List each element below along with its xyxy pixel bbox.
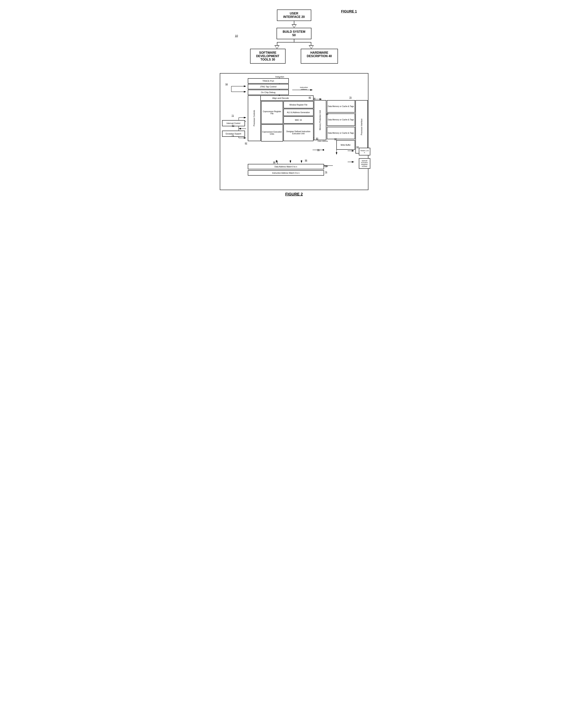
- software-box: SOFTWARE DEVELOPMENT TOOLS 30: [250, 49, 286, 64]
- ref-80-top: 80: [309, 97, 311, 99]
- coprocessor-exec-box: Coprocessor Execution Units: [261, 124, 283, 142]
- ref-80-data: 80: [316, 137, 318, 140]
- figure1-container: FIGURE 1 10 USER INTERFACE 20 BUILD SYST…: [220, 4, 369, 69]
- ref-68: 68: [313, 97, 315, 100]
- diagram-area: TRACE Port JTAG Tap Control On Chip Debu…: [222, 76, 366, 178]
- figure2-diagram: TRACE Port JTAG Tap Control On Chip Debu…: [220, 73, 369, 190]
- ref-10: 10: [235, 34, 238, 37]
- ref-70: 70: [349, 97, 352, 99]
- ref-96-bot: 96: [317, 149, 320, 151]
- ref-92: 92: [232, 125, 234, 127]
- data-mem3-box: Data Memory or Cache & Tags: [327, 127, 355, 139]
- ref-73: 73: [232, 134, 234, 137]
- split-connector: [268, 39, 321, 49]
- timers-box: Timers 1 to n: [359, 148, 370, 155]
- arrow-ui-to-build: [292, 21, 297, 28]
- processor-controls-box: Processor Controls: [248, 96, 261, 141]
- figure1-label: FIGURE 1: [341, 9, 357, 14]
- ref-62: 62: [245, 142, 247, 144]
- trace-port-box: TRACE Port: [248, 78, 289, 84]
- ref-96-top: 96: [305, 159, 307, 162]
- instruction-label: Instruction: [275, 76, 284, 78]
- data-mem1-box: Data Memory or Cache & Tags: [327, 100, 355, 112]
- ui-box: USER INTERFACE 20: [277, 9, 311, 21]
- designer-box: Designer Defined Instruction Execution U…: [284, 124, 314, 141]
- data-address-label: Data Address: [318, 140, 328, 142]
- figure2-outer: TRACE Port JTAG Tap Control On Chip Debu…: [220, 73, 369, 196]
- coprocessor-reg-box: Coprocessor Register File: [261, 101, 283, 124]
- window-reg-box: Window Register File: [284, 101, 314, 108]
- ref-84: 84: [357, 146, 359, 148]
- memory-protection-box: Memory Protection Unit: [314, 100, 326, 140]
- on-chip-debug-box: On Chip Debug: [248, 90, 289, 95]
- ref-82: 82: [335, 138, 337, 140]
- ref-98: 98: [273, 161, 275, 163]
- ref-94: 94: [226, 83, 228, 85]
- instruction-address-label: Instruction Address: [297, 86, 311, 91]
- write-buffer-box: Write Buffer: [336, 140, 355, 150]
- ref-78: 78: [326, 112, 329, 115]
- jtag-box: JTAG Tap Control: [248, 84, 289, 89]
- instr-addr-watch-box: Instruction Address Watch 0 to n: [248, 170, 324, 175]
- figure1-diagram: USER INTERFACE 20 BUILD SYSTEM 50: [220, 7, 369, 64]
- special-func-box: Special Function Register Access: [359, 158, 370, 169]
- data-addr-watch-box: Data Address Watch 0 to n: [248, 164, 324, 169]
- build-system-box: BUILD SYSTEM 50: [277, 28, 311, 39]
- ref-74: 74: [325, 165, 327, 167]
- ref-72: 72: [232, 114, 234, 117]
- data-mem2-box: Data Memory or Cache & Tags: [327, 113, 355, 126]
- ref-76: 76: [325, 171, 327, 173]
- alu-box: ALU & Address Generation: [284, 109, 314, 116]
- hardware-box: HARDWARE DESCRIPTION 40: [301, 49, 338, 64]
- processor-interface-box: Processor Interface: [355, 100, 368, 153]
- mac-box: MAC 16: [284, 116, 314, 124]
- figure1-bottom-boxes: SOFTWARE DEVELOPMENT TOOLS 30 HARDWARE D…: [250, 49, 338, 64]
- figure2-label: FIGURE 2: [220, 192, 369, 196]
